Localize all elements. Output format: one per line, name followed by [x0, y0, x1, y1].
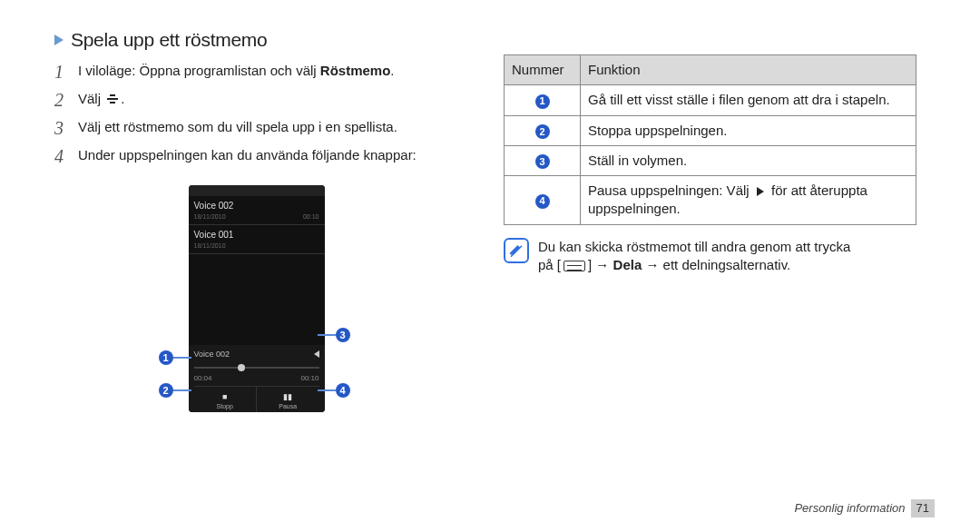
row-text: Stoppa uppspelningen. — [581, 115, 916, 145]
phone-cur-time: 00:04 — [194, 374, 212, 384]
step-text: I viloläge: Öppna programlistan och välj… — [78, 60, 395, 84]
table-row: 3 Ställ in volymen. — [505, 145, 916, 175]
steps-list: 1 I viloläge: Öppna programlistan och vä… — [54, 60, 454, 169]
footer-label: Personlig information — [794, 500, 905, 517]
step-number: 4 — [54, 144, 71, 169]
row4-pre: Pausa uppspelningen: Välj — [588, 182, 750, 198]
tip-box: Du kan skicka röstmemot till andra genom… — [504, 238, 921, 275]
step-item: 3 Välj ett röstmemo som du vill spela up… — [54, 116, 454, 141]
step-number: 2 — [54, 88, 71, 113]
step-number: 1 — [54, 60, 71, 84]
phone-track2-title: Voice 001 — [194, 229, 319, 241]
step-pre: I viloläge: Öppna programlistan och välj — [78, 63, 320, 78]
phone-statusbar — [189, 185, 325, 196]
pause-icon: ▮▮ — [283, 391, 292, 402]
callout-badge: 1 — [159, 350, 173, 365]
phone-track2-date: 18/11/2010 — [194, 241, 226, 250]
phone-seekbar[interactable] — [194, 363, 319, 372]
row-text: Pausa uppspelningen: Välj för att återup… — [581, 176, 916, 225]
row-text: Gå till ett visst ställe i filen genom a… — [581, 85, 916, 115]
phone-track1-len: 00:10 — [303, 212, 319, 221]
step-text: Välj . — [78, 88, 124, 113]
phone-screenshot: Voice 002 18/11/2010 00:10 Voice 001 18/… — [162, 185, 348, 421]
step-number: 3 — [54, 116, 71, 141]
table-row: 2 Stoppa uppspelningen. — [505, 115, 916, 145]
step-post: . — [390, 63, 394, 78]
list-icon — [104, 93, 121, 105]
step-item: 4 Under uppspelningen kan du använda föl… — [54, 144, 454, 169]
phone-total-time: 00:10 — [300, 374, 318, 384]
row-badge: 4 — [535, 194, 550, 209]
phone-track1-title: Voice 002 — [194, 200, 319, 212]
step-pre: Välj — [78, 91, 104, 106]
phone-body: Voice 002 18/11/2010 00:10 Voice 001 18/… — [189, 185, 325, 412]
row-text: Ställ in volymen. — [581, 145, 916, 175]
callout-4: 4 — [318, 383, 350, 398]
tip-line1: Du kan skicka röstmemot till andra genom… — [538, 239, 850, 254]
note-icon — [504, 238, 529, 263]
stop-icon: ■ — [222, 391, 227, 402]
section-heading: Spela upp ett röstmemo — [54, 27, 454, 53]
col-number-header: Nummer — [505, 55, 581, 85]
phone-pause-button[interactable]: ▮▮ Pausa — [256, 387, 319, 412]
tip-text: Du kan skicka röstmemot till andra genom… — [538, 238, 921, 275]
callout-badge: 4 — [336, 383, 350, 398]
page-footer: Personlig information 71 — [794, 499, 935, 517]
row-badge: 2 — [535, 124, 550, 139]
step-item: 1 I viloläge: Öppna programlistan och vä… — [54, 60, 454, 84]
phone-track-1: Voice 002 18/11/2010 00:10 — [189, 196, 325, 225]
step-text: Välj ett röstmemo som du vill spela upp … — [78, 116, 397, 141]
volume-icon[interactable] — [314, 350, 319, 358]
callout-2: 2 — [159, 383, 191, 398]
step-text: Under uppspelningen kan du använda följa… — [78, 144, 416, 169]
play-icon — [757, 187, 764, 196]
phone-track-2: Voice 001 18/11/2010 — [189, 225, 325, 254]
col-function-header: Funktion — [581, 55, 916, 85]
step-post: . — [121, 91, 124, 106]
tip-line2-mid: ] → — [588, 257, 613, 272]
callout-1: 1 — [159, 350, 191, 365]
tip-line2-post: → ett delningsalternativ. — [642, 257, 790, 272]
heading-chevron-icon — [54, 34, 64, 45]
menu-key-icon — [564, 261, 585, 271]
page-number: 71 — [911, 499, 935, 517]
step-item: 2 Välj . — [54, 88, 454, 113]
tip-line2-pre: på [ — [538, 257, 561, 272]
callout-badge: 3 — [336, 328, 350, 342]
phone-nowplaying: Voice 002 — [194, 349, 230, 360]
callout-3: 3 — [318, 328, 350, 342]
phone-track1-date: 18/11/2010 — [194, 212, 226, 221]
function-table: Nummer Funktion 1 Gå till ett visst stäl… — [504, 54, 916, 225]
callout-badge: 2 — [159, 383, 173, 398]
row-badge: 3 — [535, 154, 550, 169]
pause-label: Pausa — [279, 402, 297, 410]
table-row: 1 Gå till ett visst ställe i filen genom… — [505, 85, 916, 115]
table-row: 4 Pausa uppspelningen: Välj för att åter… — [505, 176, 916, 225]
tip-line2-bold: Dela — [613, 257, 642, 272]
heading-text: Spela upp ett röstmemo — [71, 27, 267, 53]
stop-label: Stopp — [217, 402, 233, 410]
row-badge: 1 — [535, 94, 550, 109]
phone-stop-button[interactable]: ■ Stopp — [194, 387, 257, 412]
step-bold: Röstmemo — [320, 63, 391, 78]
table-header-row: Nummer Funktion — [505, 55, 916, 85]
